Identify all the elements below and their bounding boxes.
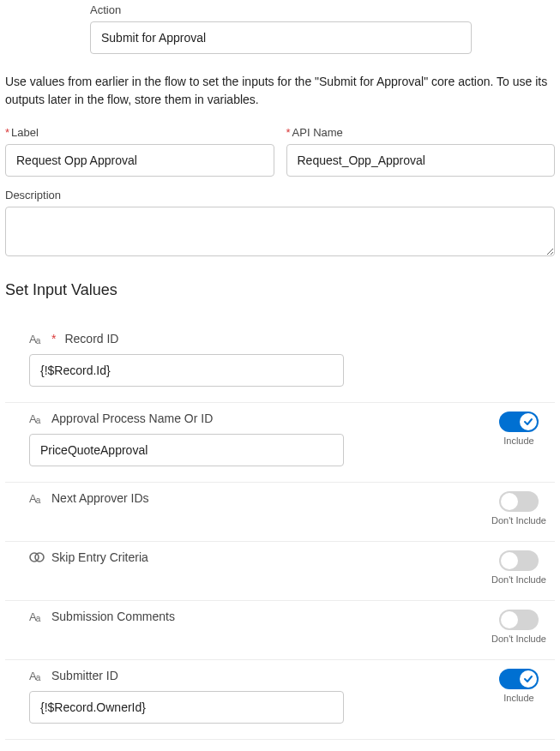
submission-comments-label: Submission Comments — [51, 610, 175, 623]
input-row-submission-comments: Submission Comments Don't Include — [5, 601, 555, 660]
record-id-label: Record ID — [64, 332, 118, 345]
toggle-label-dont-include: Don't Include — [491, 515, 546, 526]
input-row-record-id: * Record ID — [5, 323, 555, 403]
action-input[interactable] — [90, 21, 472, 54]
submitter-id-label: Submitter ID — [51, 669, 118, 682]
toggle-label-include: Include — [503, 436, 533, 446]
toggle-label-dont-include: Don't Include — [491, 574, 546, 585]
text-icon — [29, 412, 45, 424]
description-textarea[interactable] — [5, 207, 555, 256]
required-asterisk: * — [5, 126, 9, 139]
next-approver-label: Next Approver IDs — [51, 491, 149, 505]
record-id-input[interactable] — [29, 354, 344, 387]
submitter-id-toggle[interactable] — [499, 669, 539, 689]
description-label: Description — [5, 189, 555, 201]
required-asterisk: * — [286, 126, 291, 139]
toggle-label-include: Include — [503, 693, 533, 703]
action-label: Action — [90, 3, 555, 16]
label-field-label: *Label — [5, 126, 274, 139]
text-icon — [29, 610, 45, 622]
api-name-field-label: *API Name — [286, 126, 556, 139]
text-icon — [29, 333, 45, 345]
submission-comments-toggle[interactable] — [499, 610, 539, 630]
approval-process-toggle[interactable] — [499, 412, 539, 432]
input-row-submitter-id: Submitter ID Include — [5, 660, 555, 740]
skip-entry-toggle[interactable] — [499, 550, 539, 571]
intersecting-circles-icon — [29, 551, 45, 563]
approval-process-input[interactable] — [29, 434, 344, 466]
toggle-label-dont-include: Don't Include — [491, 634, 546, 644]
check-icon — [523, 417, 533, 427]
text-icon — [29, 492, 45, 504]
input-row-skip-entry: Skip Entry Criteria Don't Include — [5, 542, 555, 601]
skip-entry-label: Skip Entry Criteria — [51, 550, 148, 564]
next-approver-toggle[interactable] — [499, 491, 539, 512]
required-asterisk: * — [51, 332, 56, 345]
svg-point-1 — [35, 553, 44, 562]
check-icon — [523, 674, 533, 684]
approval-process-label: Approval Process Name Or ID — [51, 412, 213, 425]
help-text: Use values from earlier in the flow to s… — [5, 73, 555, 109]
set-input-values-heading: Set Input Values — [5, 281, 555, 299]
submitter-id-input[interactable] — [29, 691, 344, 724]
api-name-input[interactable] — [286, 144, 556, 177]
input-row-approval-process: Approval Process Name Or ID Include — [5, 403, 555, 483]
label-input[interactable] — [5, 144, 274, 177]
text-icon — [29, 670, 45, 682]
input-row-next-approver: Next Approver IDs Don't Include — [5, 483, 555, 542]
